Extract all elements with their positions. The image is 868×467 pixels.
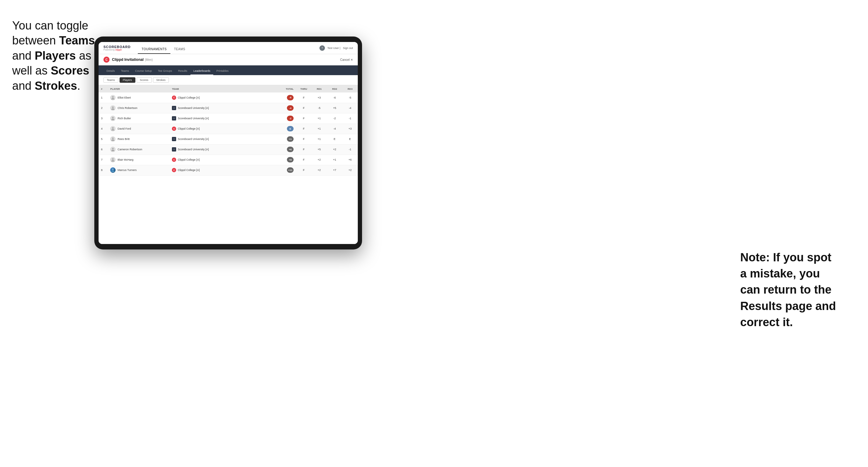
tab-details[interactable]: Details (103, 69, 118, 75)
rd3-cell: +3 (342, 124, 358, 134)
tournament-subtitle: (Men) (145, 58, 153, 61)
sub-tab-players[interactable]: Players (120, 77, 135, 83)
total-cell: -2 (274, 113, 296, 124)
tab-nav: Details Teams Course Setup Tee Groups Re… (99, 65, 358, 75)
rd1-cell: +1 (312, 124, 327, 134)
sign-out-link[interactable]: Sign out (343, 46, 353, 50)
rd3-cell: -4 (342, 103, 358, 113)
svg-point-3 (112, 117, 114, 118)
total-badge: +11 (287, 167, 293, 173)
thru-cell: F (296, 103, 312, 113)
total-badge: E (287, 126, 293, 131)
rank-cell: 7 (99, 155, 108, 165)
team-name: Scoreboard University [A] (178, 137, 209, 141)
player-name: David Ford (118, 127, 131, 130)
col-header-rd2: RD2 (327, 85, 343, 92)
svg-point-6 (112, 148, 114, 149)
team-cell: ≡Scoreboard University [A] (169, 134, 274, 144)
sub-tab-teams[interactable]: Teams (103, 77, 118, 83)
nav-link-teams[interactable]: TEAMS (170, 48, 189, 54)
tab-tee-groups[interactable]: Tee Groups (155, 69, 175, 75)
tournament-title: Clippd Invitational (112, 58, 144, 62)
player-avatar (110, 157, 116, 162)
rd1-cell: +2 (312, 155, 327, 165)
tournament-logo: C (103, 57, 110, 63)
player-cell: Cameron Robertson (108, 144, 169, 155)
tab-results[interactable]: Results (175, 69, 190, 75)
thru-cell: F (296, 92, 312, 103)
rd3-cell: -5 (342, 92, 358, 103)
player-avatar (110, 167, 116, 173)
rank-cell: 4 (99, 124, 108, 134)
sub-tabs: Teams Players Scores Strokes (99, 75, 358, 85)
table-row: 1 Elliot EbertCClippd College [A]-8F+3-6… (99, 92, 358, 103)
total-cell: -4 (274, 103, 296, 113)
tab-course-setup[interactable]: Course Setup (132, 69, 155, 75)
sub-tab-strokes[interactable]: Strokes (153, 77, 169, 83)
player-avatar (110, 136, 116, 142)
tablet-frame: SCOREBOARD Powered by clippd TOURNAMENTS… (94, 36, 362, 249)
team-name: Clippd College [A] (178, 96, 199, 99)
rd3-cell: -1 (342, 144, 358, 155)
sub-tab-scores[interactable]: Scores (136, 77, 152, 83)
nav-link-tournaments[interactable]: TOURNAMENTS (138, 48, 170, 54)
thru-cell: F (296, 165, 312, 175)
table-row: 5 Rees Britt≡Scoreboard University [A]+1… (99, 134, 358, 144)
player-name: Cameron Robertson (118, 148, 142, 151)
svg-point-4 (112, 127, 114, 129)
table-row: 3 Rich Butler≡Scoreboard University [A]-… (99, 113, 358, 124)
rd1-cell: +1 (312, 113, 327, 124)
col-header-rd3: RD3 (342, 85, 358, 92)
team-cell: ≡Scoreboard University [A] (169, 144, 274, 155)
user-avatar: T (319, 45, 325, 51)
col-header-team: TEAM (169, 85, 274, 92)
logo-sub: Powered by clippd (103, 49, 130, 51)
table-row: 6 Cameron Robertson≡Scoreboard Universit… (99, 144, 358, 155)
rd2-cell: +5 (327, 103, 343, 113)
tab-leaderboards[interactable]: Leaderboards (190, 69, 214, 75)
team-cell: ≡Scoreboard University [A] (169, 103, 274, 113)
players-table: # PLAYER TEAM TOTAL THRU RD1 RD2 RD3 1 E… (99, 85, 358, 176)
tablet-screen: SCOREBOARD Powered by clippd TOURNAMENTS… (99, 42, 358, 244)
player-cell: Rees Britt (108, 134, 169, 144)
team-logo: C (172, 168, 176, 172)
nav-bar: SCOREBOARD Powered by clippd TOURNAMENTS… (99, 42, 358, 54)
rd2-cell: E (327, 134, 343, 144)
thru-cell: F (296, 124, 312, 134)
team-logo: C (172, 158, 176, 162)
player-name: Marcus Turners (118, 168, 136, 172)
svg-point-2 (112, 106, 114, 108)
svg-point-7 (112, 158, 114, 160)
total-cell: +8 (274, 155, 296, 165)
nav-right: T Test User | Sign out (319, 45, 353, 51)
team-cell: ≡Scoreboard University [A] (169, 113, 274, 124)
player-cell: Blair McHarg (108, 155, 169, 165)
player-name: Elliot Ebert (118, 96, 131, 99)
rd2-cell: -2 (327, 113, 343, 124)
col-header-rd1: RD1 (312, 85, 327, 92)
rd2-cell: -6 (327, 92, 343, 103)
player-cell: David Ford (108, 124, 169, 134)
thru-cell: F (296, 134, 312, 144)
col-header-rank: # (99, 85, 108, 92)
total-badge: -8 (287, 95, 293, 100)
cancel-button[interactable]: Cancel ✕ (340, 58, 353, 61)
right-annotation: Note: If you spota mistake, youcan retur… (740, 249, 856, 331)
player-cell: Chris Robertson (108, 103, 169, 113)
team-logo: ≡ (172, 147, 176, 152)
player-avatar (110, 95, 116, 100)
thru-cell: F (296, 155, 312, 165)
player-name: Rees Britt (118, 137, 130, 141)
total-cell: +1 (274, 134, 296, 144)
team-name: Clippd College [A] (178, 127, 199, 130)
logo-area: SCOREBOARD Powered by clippd (103, 45, 130, 51)
player-cell: Rich Butler (108, 113, 169, 124)
total-cell: +11 (274, 165, 296, 175)
svg-point-8 (112, 168, 114, 170)
tab-printables[interactable]: Printables (213, 69, 231, 75)
tab-teams[interactable]: Teams (118, 69, 132, 75)
team-cell: CClippd College [A] (169, 92, 274, 103)
rd2-cell: +7 (327, 165, 343, 175)
leaderboard-table: # PLAYER TEAM TOTAL THRU RD1 RD2 RD3 1 E… (99, 85, 358, 244)
team-cell: CClippd College [A] (169, 124, 274, 134)
